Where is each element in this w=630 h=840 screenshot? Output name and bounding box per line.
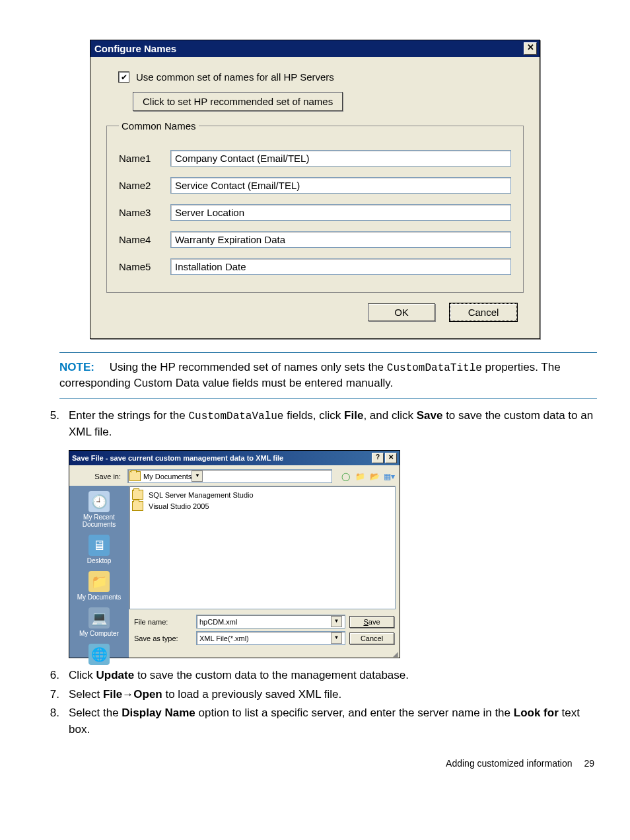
filename-input[interactable]: hpCDM.xml ▼ <box>196 615 345 629</box>
common-names-checkbox[interactable]: ✔ <box>118 71 129 83</box>
step-item: 6. Click Update to save the custom data … <box>33 668 597 684</box>
chevron-down-icon[interactable]: ▼ <box>192 471 203 482</box>
configure-names-dialog: Configure Names ✕ ✔ Use common set of na… <box>90 40 540 339</box>
cancel-button[interactable]: Cancel <box>450 303 517 321</box>
sidebar-item-mycomputer[interactable]: 💻 My Computer <box>69 606 129 641</box>
ok-button[interactable]: OK <box>368 303 435 321</box>
desktop-icon: 🖥 <box>88 535 110 556</box>
name-row: Name4 Warranty Expiration Data <box>119 231 511 248</box>
sidebar-item-desktop[interactable]: 🖥 Desktop <box>69 533 129 568</box>
sidebar-item-mydocs[interactable]: 📁 My Documents <box>69 570 129 605</box>
network-icon: 🌐 <box>88 644 110 665</box>
step-body: Select the Display Name option to list a… <box>69 705 597 738</box>
help-icon[interactable]: ? <box>372 453 384 463</box>
save-in-combo[interactable]: My Documents ▼ <box>127 469 332 483</box>
save-in-value: My Documents <box>143 473 192 480</box>
name-label: Name4 <box>119 234 170 245</box>
resize-grip-icon[interactable]: ◢ <box>129 650 400 658</box>
divider <box>59 398 597 399</box>
step-body: Select File→Open to load a previously sa… <box>69 687 597 703</box>
dialog-titlebar: Configure Names ✕ <box>90 40 540 57</box>
new-folder-icon[interactable]: 📂 <box>369 471 380 482</box>
step-item: 5. Enter the strings for the CustomDataV… <box>33 408 597 441</box>
views-icon[interactable]: ▦▾ <box>384 471 394 482</box>
recommend-names-button[interactable]: Click to set HP recommended set of names <box>133 92 343 111</box>
folder-icon <box>132 490 143 500</box>
back-icon[interactable]: ◯ <box>340 471 351 482</box>
footer-section: Adding customized information <box>446 758 572 769</box>
chevron-down-icon[interactable]: ▼ <box>331 632 342 644</box>
name2-input[interactable]: Service Contact (Email/TEL) <box>170 177 511 194</box>
up-folder-icon[interactable]: 📁 <box>355 471 365 482</box>
step-item: 7. Select File→Open to load a previously… <box>33 687 597 703</box>
note-text: Using the HP recommended set of names on… <box>110 361 387 373</box>
name1-input[interactable]: Company Contact (Email/TEL) <box>170 150 511 167</box>
sidebar-item-recent[interactable]: 🕘 My Recent Documents <box>69 490 129 532</box>
save-toolbar: Save in: My Documents ▼ ◯ 📁 📂 ▦▾ <box>69 465 400 486</box>
step-body: Click Update to save the custom data to … <box>69 668 597 684</box>
documents-icon: 📁 <box>88 571 110 592</box>
name-label: Name5 <box>119 261 170 272</box>
places-sidebar: 🕘 My Recent Documents 🖥 Desktop 📁 My Doc… <box>69 486 129 658</box>
chevron-down-icon[interactable]: ▼ <box>331 616 342 627</box>
dialog-title: Configure Names <box>94 43 176 54</box>
save-button[interactable]: Save <box>349 616 394 628</box>
name-label: Name2 <box>119 180 170 191</box>
list-item[interactable]: SQL Server Management Studio <box>132 489 392 500</box>
name-row: Name3 Server Location <box>119 204 511 221</box>
divider <box>59 352 597 353</box>
note-label: NOTE: <box>59 361 94 373</box>
name5-input[interactable]: Installation Date <box>170 258 511 275</box>
close-icon[interactable]: ✕ <box>524 42 537 55</box>
file-list[interactable]: SQL Server Management Studio Visual Stud… <box>129 486 396 609</box>
dialog-title: Save File - save current custom manageme… <box>72 454 283 462</box>
name-row: Name5 Installation Date <box>119 258 511 275</box>
name-label: Name1 <box>119 153 170 164</box>
name-row: Name2 Service Contact (Email/TEL) <box>119 177 511 194</box>
checkbox-label: Use common set of names for all HP Serve… <box>136 71 334 83</box>
list-item[interactable]: Visual Studio 2005 <box>132 500 392 512</box>
name4-input[interactable]: Warranty Expiration Data <box>170 231 511 248</box>
step-body: Enter the strings for the CustomDataValu… <box>69 408 597 441</box>
filename-label: File name: <box>134 618 192 626</box>
page-footer: Adding customized information 29 <box>33 758 597 769</box>
save-in-label: Save in: <box>75 473 123 480</box>
name-row: Name1 Company Contact (Email/TEL) <box>119 150 511 167</box>
step-number: 8. <box>33 705 69 738</box>
folder-icon <box>132 501 143 511</box>
computer-icon: 💻 <box>88 607 110 629</box>
step-number: 5. <box>33 408 69 441</box>
note-code: CustomDataTitle <box>387 362 482 374</box>
name-label: Name3 <box>119 207 170 218</box>
recent-icon: 🕘 <box>88 491 110 512</box>
cancel-button[interactable]: Cancel <box>349 632 394 644</box>
common-names-group: Common Names Name1 Company Contact (Emai… <box>106 120 524 293</box>
note-block: NOTE: Using the HP recommended set of na… <box>59 360 597 391</box>
savetype-combo[interactable]: XML File(*.xml) ▼ <box>196 631 345 645</box>
close-icon[interactable]: ✕ <box>385 453 397 463</box>
step-number: 7. <box>33 687 69 703</box>
fieldset-legend: Common Names <box>119 120 199 132</box>
savetype-label: Save as type: <box>134 634 192 642</box>
dialog-titlebar: Save File - save current custom manageme… <box>69 451 400 465</box>
save-file-dialog: Save File - save current custom manageme… <box>69 450 400 658</box>
step-number: 6. <box>33 668 69 684</box>
page-number: 29 <box>584 758 594 769</box>
step-item: 8. Select the Display Name option to lis… <box>33 705 597 738</box>
name3-input[interactable]: Server Location <box>170 204 511 221</box>
code-text: CustomDataValue <box>188 410 283 422</box>
folder-icon <box>129 471 141 481</box>
